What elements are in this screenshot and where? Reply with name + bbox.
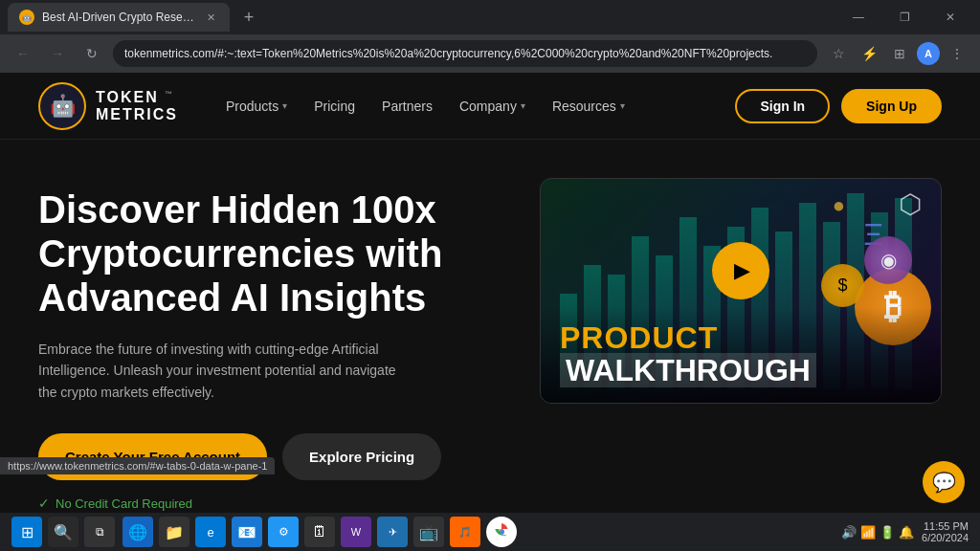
- hero-title: Discover Hidden 100x Cryptocurrencies wi…: [38, 187, 501, 320]
- taskbar-app-2[interactable]: 📁: [159, 517, 189, 547]
- close-button[interactable]: ✕: [928, 2, 972, 33]
- taskbar-app-1[interactable]: 🌐: [122, 517, 153, 547]
- bnb-coin: ●: [833, 193, 845, 218]
- site-navbar: 🤖 TOKEN ™METRICS Products ▾ Pricing Part…: [0, 73, 980, 140]
- nav-resources[interactable]: Resources ▾: [543, 93, 635, 120]
- hero-subtitle: Embrace the future of investing with cut…: [38, 339, 402, 403]
- walkthrough-label: WALKTHROUGH: [560, 353, 816, 387]
- taskbar-app-chrome[interactable]: [486, 517, 517, 547]
- notification-icon[interactable]: 🔔: [899, 525, 914, 540]
- extensions-icon[interactable]: ⚡: [856, 40, 882, 67]
- play-button[interactable]: ▶: [712, 242, 769, 299]
- taskbar: ⊞ 🔍 ⧉ 🌐 📁 e 📧 ⚙ 🗓 W ✈ 📺 🎵 🔊 📶 🔋 🔔 11:55 …: [0, 513, 980, 551]
- video-text-overlay: PRODUCT WALKTHROUGH: [541, 307, 941, 403]
- back-button[interactable]: ←: [10, 40, 36, 67]
- company-chevron-icon: ▾: [521, 100, 525, 111]
- task-view-button[interactable]: ⧉: [84, 517, 115, 547]
- taskbar-app-5[interactable]: ⚙: [268, 517, 299, 547]
- new-tab-button[interactable]: +: [235, 4, 262, 31]
- logo-icon: 🤖: [38, 82, 86, 130]
- website-content: 🤖 TOKEN ™METRICS Products ▾ Pricing Part…: [0, 73, 980, 513]
- logo-robot-icon: 🤖: [50, 94, 76, 119]
- hero-video-area: ⬡ Ξ ● ₿ ◉ $ ▶ PRODUCT WALKTHROUGH: [540, 178, 942, 404]
- chat-icon: 💬: [932, 471, 956, 494]
- search-taskbar-button[interactable]: 🔍: [48, 517, 78, 547]
- network-icon[interactable]: 📶: [860, 525, 876, 540]
- refresh-button[interactable]: ↻: [78, 40, 105, 67]
- gold-coin: $: [821, 264, 864, 307]
- eth-icon: ⬡: [899, 188, 922, 220]
- taskbar-app-9[interactable]: 📺: [413, 517, 444, 547]
- taskbar-app-7[interactable]: W: [341, 517, 371, 547]
- system-tray: 🔊 📶 🔋 🔔: [841, 525, 914, 540]
- explore-pricing-button[interactable]: Explore Pricing: [282, 433, 441, 480]
- taskbar-app-10[interactable]: 🎵: [450, 517, 480, 547]
- window-controls: — ❐ ✕: [836, 2, 972, 33]
- taskbar-app-3[interactable]: e: [195, 517, 226, 547]
- nav-actions: Sign In Sign Up: [735, 89, 942, 123]
- address-bar-row: ← → ↻ ☆ ⚡ ⊞ A ⋮: [0, 34, 980, 73]
- tab-favicon: 🤖: [19, 10, 34, 25]
- no-credit-card-label: ✓ No Credit Card Required: [38, 496, 501, 511]
- profile-avatar[interactable]: A: [917, 42, 940, 65]
- forward-button[interactable]: →: [44, 40, 71, 67]
- tab-close-button[interactable]: ✕: [203, 10, 218, 25]
- nav-links: Products ▾ Pricing Partners Company ▾ Re…: [216, 93, 735, 120]
- tab-title: Best AI-Driven Crypto Research: [42, 11, 195, 24]
- sign-in-button[interactable]: Sign In: [735, 89, 830, 123]
- sign-up-button[interactable]: Sign Up: [841, 89, 942, 123]
- toolbar-icons: ☆ ⚡ ⊞ A ⋮: [825, 40, 970, 67]
- nav-products[interactable]: Products ▾: [216, 93, 297, 120]
- purple-coin: ◉: [864, 236, 912, 284]
- check-icon: ✓: [38, 496, 50, 511]
- taskbar-right: 🔊 📶 🔋 🔔 11:55 PM 6/20/2024: [841, 520, 969, 543]
- nav-partners[interactable]: Partners: [372, 93, 442, 120]
- bookmark-icon[interactable]: ☆: [825, 40, 852, 67]
- cast-icon[interactable]: ⊞: [886, 40, 913, 67]
- video-thumbnail[interactable]: ⬡ Ξ ● ₿ ◉ $ ▶ PRODUCT WALKTHROUGH: [540, 178, 942, 404]
- chat-bubble-button[interactable]: 💬: [923, 461, 965, 503]
- menu-icon[interactable]: ⋮: [944, 40, 970, 67]
- nav-pricing[interactable]: Pricing: [304, 93, 365, 120]
- battery-icon[interactable]: 🔋: [880, 525, 895, 540]
- minimize-button[interactable]: —: [836, 2, 880, 33]
- taskbar-apps: 🌐 📁 e 📧 ⚙ 🗓 W ✈ 📺 🎵: [122, 517, 834, 547]
- start-button[interactable]: ⊞: [11, 517, 42, 547]
- taskbar-app-6[interactable]: 🗓: [304, 517, 335, 547]
- browser-chrome: 🤖 Best AI-Driven Crypto Research ✕ + — ❐…: [0, 0, 980, 34]
- logo-text: TOKEN ™METRICS: [96, 89, 178, 123]
- address-input[interactable]: [113, 40, 817, 67]
- products-chevron-icon: ▾: [282, 100, 287, 111]
- product-label: PRODUCT: [560, 322, 922, 353]
- restore-button[interactable]: ❐: [882, 2, 926, 33]
- taskbar-app-8[interactable]: ✈: [377, 517, 408, 547]
- logo-name: TOKEN ™METRICS: [96, 89, 178, 123]
- taskbar-app-4[interactable]: 📧: [232, 517, 262, 547]
- nav-company[interactable]: Company ▾: [450, 93, 535, 120]
- logo-area[interactable]: 🤖 TOKEN ™METRICS: [38, 82, 178, 130]
- clock: 11:55 PM 6/20/2024: [922, 520, 969, 543]
- resources-chevron-icon: ▾: [620, 100, 625, 111]
- speaker-icon[interactable]: 🔊: [841, 525, 857, 540]
- status-url-bar: https://www.tokenmetrics.com/#w-tabs-0-d…: [0, 457, 275, 474]
- browser-tab[interactable]: 🤖 Best AI-Driven Crypto Research ✕: [8, 3, 230, 32]
